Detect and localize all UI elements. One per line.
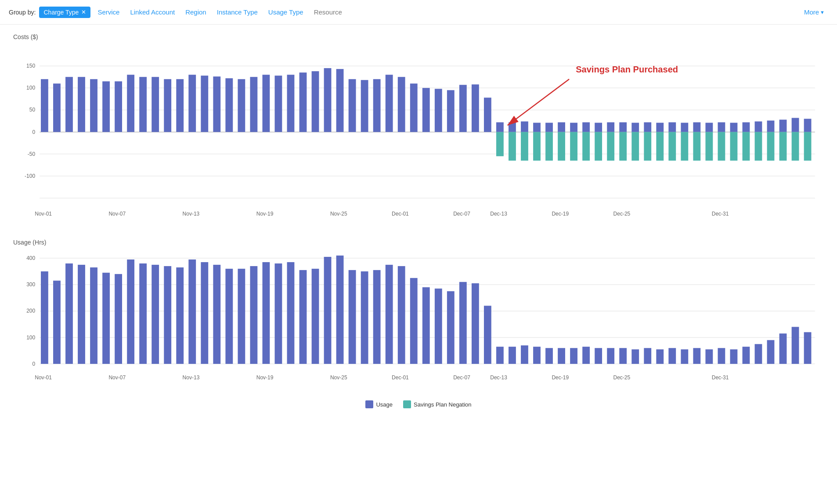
svg-rect-165 [521,346,528,364]
svg-rect-87 [705,132,713,161]
svg-rect-178 [681,349,688,364]
negation-swatch [403,400,411,408]
usage-chart-section: Usage (Hrs) 400 300 200 100 0 Nov-01Nov-… [13,239,824,392]
svg-text:Dec-31: Dec-31 [712,211,729,217]
svg-rect-156 [410,278,418,364]
svg-rect-57 [521,132,528,161]
costs-chart-title: Costs ($) [13,33,824,40]
filter-region[interactable]: Region [182,6,210,18]
svg-rect-43 [386,75,393,132]
svg-rect-186 [779,334,787,364]
close-filter-icon[interactable]: ✕ [81,9,86,15]
svg-rect-88 [718,122,725,132]
legend: Usage Savings Plan Negation [13,400,824,408]
svg-rect-168 [558,348,565,364]
svg-rect-157 [422,288,430,364]
legend-usage: Usage [365,400,393,408]
svg-text:200: 200 [26,308,35,314]
svg-rect-151 [349,270,356,364]
svg-rect-135 [152,265,159,364]
svg-text:100: 100 [26,335,35,341]
svg-rect-177 [668,348,676,364]
svg-rect-86 [705,123,713,132]
svg-rect-71 [607,132,614,161]
svg-rect-81 [668,132,676,161]
svg-rect-44 [398,77,405,132]
svg-rect-90 [730,123,738,132]
svg-rect-31 [238,79,245,132]
svg-rect-147 [299,270,307,364]
active-filter-charge-type[interactable]: Charge Type ✕ [39,7,90,18]
svg-rect-163 [496,347,504,364]
svg-rect-21 [115,81,122,132]
group-by-label: Group by: [9,9,36,16]
svg-rect-80 [668,122,676,132]
svg-rect-127 [53,281,61,364]
svg-rect-59 [533,132,541,161]
svg-rect-25 [164,79,171,132]
svg-rect-164 [509,347,516,364]
svg-rect-159 [447,292,455,364]
svg-rect-94 [755,122,762,132]
svg-text:Dec-25: Dec-25 [613,211,631,217]
svg-rect-130 [90,267,97,364]
svg-text:Nov-01: Nov-01 [35,374,52,381]
svg-rect-45 [410,83,418,132]
svg-rect-133 [127,259,134,364]
svg-rect-73 [619,132,627,161]
svg-rect-56 [521,122,528,132]
svg-rect-129 [78,265,85,364]
svg-rect-134 [139,263,147,364]
svg-text:-50: -50 [28,151,36,157]
svg-rect-148 [312,269,319,364]
svg-rect-176 [656,349,664,364]
svg-rect-146 [287,262,295,364]
svg-rect-51 [484,97,491,132]
filter-instance-type[interactable]: Instance Type [213,6,261,18]
svg-rect-60 [545,123,553,132]
svg-rect-137 [176,267,184,364]
svg-rect-49 [459,85,467,132]
svg-rect-37 [312,71,319,132]
svg-rect-72 [619,122,627,132]
svg-rect-102 [804,119,812,132]
svg-rect-36 [299,72,307,132]
svg-rect-46 [422,88,430,132]
more-button[interactable]: More ▼ [801,6,828,18]
filter-service[interactable]: Service [94,6,123,18]
svg-rect-18 [78,77,85,132]
svg-rect-61 [545,132,553,161]
active-filter-label: Charge Type [43,9,79,16]
svg-text:Dec-01: Dec-01 [392,211,409,217]
svg-text:Nov-07: Nov-07 [108,374,126,381]
svg-rect-171 [595,348,602,364]
svg-rect-76 [644,122,651,132]
svg-rect-132 [115,274,122,364]
svg-rect-17 [65,77,73,132]
chevron-down-icon: ▼ [820,10,825,15]
svg-rect-185 [767,340,775,364]
svg-rect-50 [472,84,479,132]
filter-resource[interactable]: Resource [310,6,346,18]
svg-rect-181 [718,348,725,364]
svg-rect-83 [681,132,688,161]
toolbar: Group by: Charge Type ✕ Service Linked A… [0,0,837,25]
svg-rect-175 [644,348,651,364]
svg-text:100: 100 [26,85,35,91]
svg-rect-62 [558,122,565,132]
svg-text:300: 300 [26,282,35,288]
svg-rect-150 [336,256,344,364]
svg-rect-141 [225,269,233,364]
svg-rect-182 [730,349,738,364]
svg-text:Nov-19: Nov-19 [256,374,274,381]
svg-text:400: 400 [26,255,35,261]
svg-rect-188 [804,332,812,364]
svg-rect-158 [435,289,442,364]
costs-chart-svg: 150 100 50 0 -50 -100 Sa [13,44,824,229]
filter-linked-account[interactable]: Linked Account [126,6,178,18]
svg-rect-183 [743,347,750,364]
filter-usage-type[interactable]: Usage Type [265,6,307,18]
svg-rect-161 [472,284,479,364]
svg-text:150: 150 [26,63,35,69]
svg-rect-63 [558,132,565,161]
